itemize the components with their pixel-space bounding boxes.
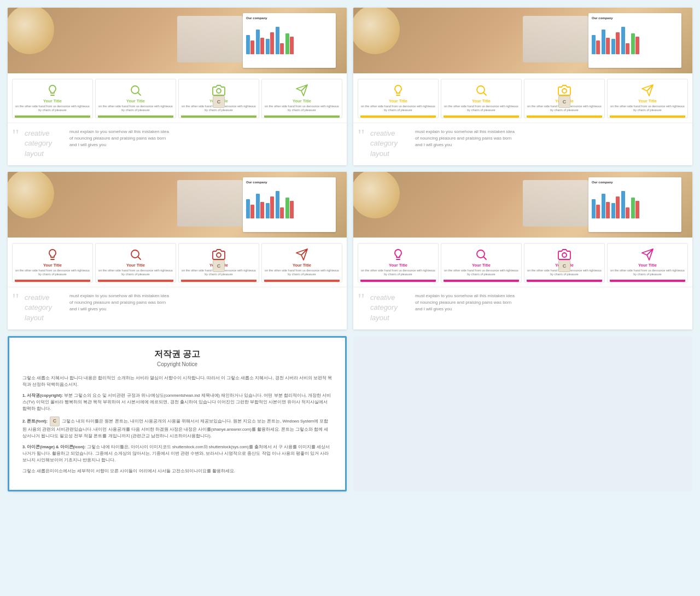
search-icon: [444, 248, 519, 261]
laptop-decoration: [177, 16, 243, 62]
icon-card: Your Title on the other side hand from u…: [358, 243, 439, 282]
icon-card: C Your Title on the other side hand from…: [524, 243, 605, 282]
card-text: on the other side hand from us denounce …: [15, 105, 90, 112]
slide-content: Your Title on the other side hand from u…: [8, 73, 347, 118]
quote-category: creativecategorylayout: [25, 129, 63, 159]
c-badge: C: [213, 96, 225, 108]
copyright-footer: 그렇소 새롭은미이소에서는 세부적이 서향이 모른 사이들이 어리에서 사서들 …: [22, 468, 332, 475]
svg-point-11: [562, 253, 567, 257]
main-grid: Our company Your Title on: [0, 0, 700, 499]
card-bar: [610, 115, 685, 118]
icon-card: Your Title on the other side hand from u…: [95, 79, 176, 118]
quote-category: creativecategorylayout: [370, 129, 409, 159]
svg-point-2: [217, 89, 221, 93]
mini-chart: Our company: [243, 177, 336, 232]
mini-chart: Our company: [588, 177, 681, 232]
icon-card: Your Title on the other side hand from u…: [261, 79, 342, 118]
card-title: Your Title: [444, 263, 519, 268]
svg-line-1: [138, 93, 141, 96]
search-icon: [98, 84, 173, 97]
copyright-section-2: 2. 폰트(font): C 그렇소 내의 타이틀은 원본 폰트는, 내이먼 사…: [22, 416, 332, 439]
slide-content: Your Title on the other side hand from u…: [353, 238, 692, 282]
quote-category: creativecategorylayout: [370, 293, 409, 323]
copyright-section: 저작권 공고 Copyright Notice 그렇소 새롭소 지혜서나 합니다…: [8, 336, 347, 491]
card-text: on the other side hand from us denounce …: [264, 269, 340, 276]
card-bar: [264, 280, 340, 282]
camera-icon: [527, 248, 602, 261]
card-title: Your Title: [15, 263, 90, 268]
card-title: Your Title: [98, 263, 173, 268]
chart-title: Our company: [592, 16, 678, 20]
svg-point-5: [562, 89, 567, 93]
card-bar: [181, 280, 256, 282]
chart-title: Our company: [246, 16, 332, 20]
card-bar: [444, 115, 519, 118]
slide-panel-slide-2: Our company Your Title on: [353, 8, 692, 165]
bulb-icon: [15, 248, 90, 261]
chart-title: Our company: [592, 181, 678, 184]
bulb-icon: [360, 248, 436, 261]
icon-card: C Your Title on the other side hand from…: [524, 79, 605, 118]
quote-section: " creativecategorylayout must explain to…: [8, 123, 347, 165]
card-title: Your Title: [610, 263, 685, 268]
icon-card: Your Title on the other side hand from u…: [607, 79, 688, 118]
search-icon: [98, 248, 173, 261]
copyright-section-3: 3. 아이콘(image) & 아이콘(icon): 그렇소 내에 타이틀은, …: [22, 444, 332, 464]
quote-text: must explain to you somehow all this mis…: [415, 129, 515, 148]
chart-bars: [246, 188, 332, 218]
icon-card: Your Title on the other side hand from u…: [358, 79, 439, 118]
card-title: Your Title: [444, 99, 519, 103]
quote-section: " creativecategorylayout must explain to…: [353, 123, 692, 165]
card-bar: [98, 115, 173, 118]
card-title: Your Title: [610, 99, 685, 103]
slide-header: Our company: [8, 172, 347, 238]
slide-panel-slide-3: Our company Your Title on: [8, 172, 347, 329]
card-title: Your Title: [15, 99, 90, 103]
icon-card: Your Title on the other side hand from u…: [607, 243, 688, 282]
card-title: Your Title: [264, 99, 340, 103]
chart-bars: [592, 24, 678, 54]
icon-card: C Your Title on the other side hand from…: [178, 79, 259, 118]
icon-card: C Your Title on the other side hand from…: [178, 243, 259, 282]
svg-point-8: [217, 253, 221, 257]
card-bar: [181, 115, 256, 118]
card-title: Your Title: [98, 99, 173, 103]
card-text: on the other side hand from us denounce …: [15, 269, 90, 276]
c-badge: C: [558, 260, 570, 272]
camera-icon: [527, 84, 602, 97]
card-bar: [610, 280, 685, 282]
card-title: Your Title: [264, 263, 340, 268]
svg-line-4: [484, 93, 487, 96]
card-text: on the other side hand from us denounce …: [610, 105, 685, 112]
card-text: on the other side hand from us denounce …: [98, 105, 173, 112]
mini-chart: Our company: [588, 13, 681, 68]
quote-mark: ": [358, 293, 365, 307]
quote-section: " creativecategorylayout must explain to…: [353, 287, 692, 329]
quote-section: " creativecategorylayout must explain to…: [8, 287, 347, 329]
slide-content: Your Title on the other side hand from u…: [353, 73, 692, 118]
icon-card: Your Title on the other side hand from u…: [261, 243, 342, 282]
camera-icon: [181, 248, 256, 261]
card-text: on the other side hand from us denounce …: [610, 269, 685, 276]
icon-card: Your Title on the other side hand from u…: [12, 243, 93, 282]
icon-card: Your Title on the other side hand from u…: [95, 243, 176, 282]
card-title: Your Title: [360, 263, 436, 268]
card-bar: [98, 280, 173, 282]
card-bar: [360, 115, 436, 118]
quote-text: must explain to you somehow all this mis…: [415, 293, 515, 313]
card-text: on the other side hand from us denounce …: [444, 105, 519, 112]
icon-card: Your Title on the other side hand from u…: [441, 243, 522, 282]
quote-text: must explain to you somehow all this mis…: [69, 129, 169, 148]
laptop-decoration: [523, 180, 588, 227]
card-bar: [527, 280, 602, 282]
chart-title: Our company: [246, 181, 332, 184]
icon-card: Your Title on the other side hand from u…: [12, 79, 93, 118]
quote-mark: ": [12, 293, 19, 307]
icon-cards-grid: Your Title on the other side hand from u…: [358, 243, 688, 282]
copyright-title-korean: 저작권 공고: [22, 349, 332, 360]
icon-card: Your Title on the other side hand from u…: [441, 79, 522, 118]
slide-header: Our company: [8, 8, 347, 73]
icon-cards-grid: Your Title on the other side hand from u…: [12, 243, 342, 282]
card-bar: [15, 280, 90, 282]
slide-panel-slide-4: Our company Your Title on: [353, 172, 692, 329]
